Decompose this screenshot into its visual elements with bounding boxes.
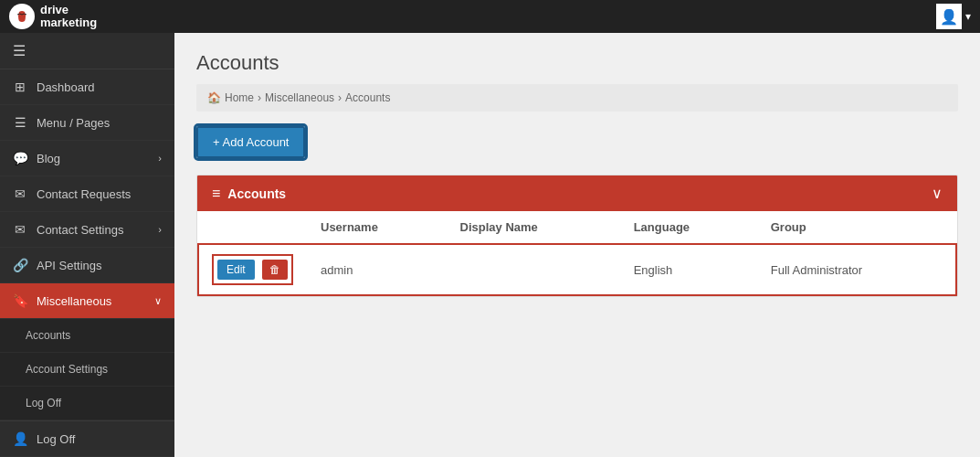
logo-text: drive marketing <box>40 4 97 30</box>
col-header-actions <box>198 211 308 244</box>
delete-button[interactable]: 🗑 <box>262 260 288 280</box>
account-settings-sub-label: Account Settings <box>26 363 108 376</box>
breadcrumb-home: Home <box>225 91 254 104</box>
menu-pages-icon: ☰ <box>13 115 27 130</box>
sidebar-item-log-off-sub[interactable]: Log Off <box>0 387 174 420</box>
sidebar-item-label: Dashboard <box>37 80 95 94</box>
table-row: Edit 🗑 admin English Full Administrator <box>198 244 956 295</box>
sidebar-item-miscellaneous[interactable]: 🔖 Miscellaneous ∨ <box>0 283 174 319</box>
sidebar-item-contact-settings[interactable]: ✉ Contact Settings › <box>0 212 174 248</box>
table-body: Edit 🗑 admin English Full Administrator <box>198 244 956 295</box>
sidebar-item-dashboard[interactable]: ⊞ Dashboard <box>0 69 174 105</box>
breadcrumb-sep1: › <box>258 91 261 104</box>
miscellaneous-chevron-icon: ∨ <box>154 295 162 307</box>
sidebar-item-logoff[interactable]: 👤 Log Off <box>0 421 174 457</box>
sidebar-item-label: Contact Requests <box>37 187 131 201</box>
sidebar-toggle-button[interactable]: ☰ <box>0 33 174 69</box>
api-settings-icon: 🔗 <box>13 258 27 272</box>
sidebar-bottom: 👤 Log Off <box>0 420 174 457</box>
col-header-language: Language <box>621 211 758 244</box>
contact-settings-chevron-icon: › <box>158 224 162 235</box>
add-account-button[interactable]: + Add Account <box>196 126 305 158</box>
topbar-chevron-icon[interactable]: ▾ <box>965 10 971 23</box>
sidebar-item-blog[interactable]: 💬 Blog › <box>0 141 174 176</box>
col-header-username: Username <box>308 211 448 244</box>
main-content: Accounts 🏠 Home › Miscellaneous › Accoun… <box>174 33 980 457</box>
sidebar-item-account-settings[interactable]: Account Settings <box>0 353 174 387</box>
log-off-sub-label: Log Off <box>26 397 61 409</box>
logo-icon <box>9 4 35 29</box>
sidebar-item-label: Blog <box>37 152 60 165</box>
breadcrumb: 🏠 Home › Miscellaneous › Accounts <box>196 84 958 112</box>
breadcrumb-accounts: Accounts <box>345 91 390 104</box>
col-header-group: Group <box>758 211 956 244</box>
sidebar-item-contact-requests[interactable]: ✉ Contact Requests <box>0 176 174 212</box>
table-cell-display-name <box>448 244 621 295</box>
blog-icon: 💬 <box>13 151 27 165</box>
sidebar-item-api-settings[interactable]: 🔗 API Settings <box>0 248 174 283</box>
breadcrumb-sep2: › <box>338 91 342 104</box>
panel-header-title: Accounts <box>212 186 286 202</box>
table-cell-group: Full Administrator <box>758 244 956 295</box>
sidebar: ☰ ⊞ Dashboard ☰ Menu / Pages 💬 Blog › ✉ … <box>0 33 174 457</box>
table-header-row: Username Display Name Language Group <box>198 211 956 244</box>
dashboard-icon: ⊞ <box>13 80 27 94</box>
topbar-right: 👤 ▾ <box>936 4 971 29</box>
logoff-label: Log Off <box>37 432 75 446</box>
accounts-panel: Accounts ∨ Username Display Name Languag… <box>196 175 958 297</box>
panel-collapse-icon[interactable]: ∨ <box>932 185 943 202</box>
layout: ☰ ⊞ Dashboard ☰ Menu / Pages 💬 Blog › ✉ … <box>0 33 980 457</box>
miscellaneous-icon: 🔖 <box>13 293 27 308</box>
sidebar-item-menu-pages[interactable]: ☰ Menu / Pages <box>0 105 174 141</box>
logoff-icon: 👤 <box>13 431 27 446</box>
sidebar-item-label: Menu / Pages <box>37 116 110 130</box>
sidebar-item-accounts[interactable]: Accounts <box>0 319 174 353</box>
accounts-sub-label: Accounts <box>26 329 70 342</box>
contact-requests-icon: ✉ <box>13 186 27 201</box>
logo: drive marketing <box>9 4 97 30</box>
breadcrumb-misc: Miscellaneous <box>265 91 334 104</box>
table-cell-actions: Edit 🗑 <box>198 244 308 295</box>
sidebar-item-label: API Settings <box>37 259 102 272</box>
col-header-display-name: Display Name <box>448 211 621 244</box>
home-icon: 🏠 <box>207 91 221 104</box>
table-cell-language: English <box>621 244 758 295</box>
accounts-table: Username Display Name Language Group Edi… <box>197 211 957 296</box>
topbar: drive marketing 👤 ▾ <box>0 0 980 33</box>
contact-settings-icon: ✉ <box>13 222 27 237</box>
sidebar-item-label: Miscellaneous <box>37 294 111 308</box>
sidebar-item-label: Contact Settings <box>37 223 123 237</box>
page-title: Accounts <box>196 51 958 75</box>
blog-chevron-icon: › <box>158 153 162 164</box>
action-cell: Edit 🗑 <box>212 254 293 285</box>
table-cell-username: admin <box>308 244 448 295</box>
edit-button[interactable]: Edit <box>217 260 255 280</box>
panel-header: Accounts ∨ <box>197 175 957 211</box>
table-head: Username Display Name Language Group <box>198 211 956 244</box>
user-avatar[interactable]: 👤 <box>936 4 962 29</box>
miscellaneous-submenu: Accounts Account Settings Log Off <box>0 319 174 420</box>
